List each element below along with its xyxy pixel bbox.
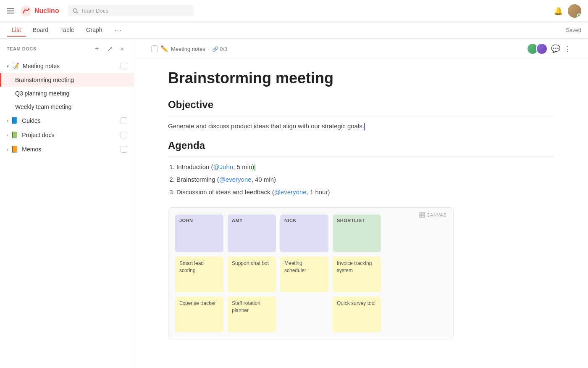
canvas-label: CANVAS: [419, 212, 446, 218]
memos-icon: 📙: [10, 146, 18, 153]
sidebar-item-meeting-notes[interactable]: ▾ 📝 Meeting notes: [0, 59, 134, 73]
logo-text: Nuclino: [34, 7, 59, 15]
canvas-icon: [419, 212, 425, 218]
memos-checkbox[interactable]: [121, 146, 127, 153]
sidebar-header: TEAM DOCS + ⤢ «: [0, 39, 134, 59]
search-bar[interactable]: Team Docs: [68, 5, 194, 16]
topbar-right: 🔔: [554, 4, 581, 18]
guides-checkbox[interactable]: [121, 117, 127, 124]
canvas-grid: JOHN AMY NICK SHORTLIST Smart lead scori…: [175, 214, 446, 332]
collaborator-avatar-2: [536, 43, 548, 55]
canvas-card-quick-survey[interactable]: Quick survey tool: [333, 297, 381, 332]
meeting-notes-icon: 📝: [11, 62, 19, 70]
topbar: Nuclino Team Docs 🔔: [0, 0, 588, 22]
nav-more-button[interactable]: ⋯: [111, 25, 125, 36]
canvas-col-nick: NICK: [280, 214, 328, 252]
agenda-list: Introduction (@John, 5 min) Brainstormin…: [176, 162, 554, 197]
svg-rect-6: [420, 215, 422, 217]
user-avatar[interactable]: [568, 4, 581, 18]
mention-everyone-1[interactable]: @everyone: [219, 176, 252, 183]
document-body: Brainstorming meeting Objective Generate…: [134, 59, 588, 368]
canvas-col-john: JOHN: [175, 214, 223, 252]
canvas-card-staff-rotation[interactable]: Staff rotation planner: [228, 297, 276, 332]
objective-body: Generate and discuss product ideas that …: [168, 121, 554, 131]
tab-graph[interactable]: Graph: [81, 24, 108, 37]
text-cursor: [364, 123, 365, 130]
canvas-card-smart-lead[interactable]: Smart lead scoring: [175, 257, 223, 292]
canvas-card-invoice-tracking[interactable]: Invoice tracking system: [333, 257, 381, 292]
sidebar-item-project-docs[interactable]: › 📗 Project docs: [0, 128, 134, 142]
guides-label: Guides: [22, 117, 121, 124]
saved-status: Saved: [566, 27, 581, 33]
sidebar-item-weekly-meeting[interactable]: Weekly team meeting: [0, 100, 134, 114]
search-placeholder: Team Docs: [81, 8, 108, 14]
sidebar-item-memos[interactable]: › 📙 Memos: [0, 142, 134, 156]
guides-icon: 📘: [10, 117, 18, 124]
canvas-card-expense-tracker[interactable]: Expense tracker: [175, 297, 223, 332]
document-title: Brainstorming meeting: [168, 69, 554, 87]
progress-icon: 🔗: [212, 46, 218, 52]
canvas-card-support-chat[interactable]: Support chat bot: [228, 257, 276, 292]
agenda-item-2: Brainstorming (@everyone, 40 min): [176, 175, 554, 185]
chevron-icon: ▾: [7, 64, 9, 69]
meeting-notes-label: Meeting notes: [23, 63, 121, 69]
tab-board[interactable]: Board: [28, 24, 53, 37]
sidebar-item-q3planning[interactable]: Q3 planning meeting: [0, 87, 134, 100]
chevron-guides-icon: ›: [7, 119, 8, 123]
canvas-container: CANVAS JOHN AMY NICK SHORTLIST Smart lea…: [168, 207, 454, 339]
online-indicator: [577, 13, 581, 17]
notifications-bell[interactable]: 🔔: [554, 6, 563, 16]
q3planning-label: Q3 planning meeting: [15, 90, 127, 97]
tab-list[interactable]: List: [7, 24, 26, 37]
sidebar-section-meeting-notes: ▾ 📝 Meeting notes Brainstorming meeting …: [0, 59, 134, 114]
sidebar-item-guides[interactable]: › 📘 Guides: [0, 114, 134, 128]
canvas-col-amy: AMY: [228, 214, 276, 252]
svg-point-2: [28, 8, 29, 10]
add-item-button[interactable]: +: [92, 44, 102, 54]
content-area: ✏️ Meeting notes · 🔗 0/3 💬: [134, 39, 588, 368]
agenda-heading: Agenda: [168, 140, 554, 151]
memos-label: Memos: [22, 146, 121, 153]
chevron-projectdocs-icon: ›: [7, 133, 8, 138]
svg-rect-7: [423, 215, 425, 217]
search-icon: [73, 8, 79, 14]
doc-emoji: ✏️: [160, 45, 168, 53]
weekly-meeting-label: Weekly team meeting: [15, 103, 127, 110]
project-docs-label: Project docs: [22, 132, 121, 138]
project-docs-icon: 📗: [10, 131, 18, 139]
objective-heading: Objective: [168, 99, 554, 111]
sidebar-item-brainstorming[interactable]: Brainstorming meeting: [0, 73, 134, 87]
svg-point-1: [23, 12, 24, 13]
meeting-notes-checkbox[interactable]: [121, 63, 127, 69]
mention-everyone-2[interactable]: @everyone: [274, 188, 307, 196]
svg-rect-5: [423, 212, 425, 214]
toolbar-right: 💬 ⋮: [527, 43, 571, 55]
collapse-sidebar-button[interactable]: «: [117, 44, 127, 54]
brainstorming-label: Brainstorming meeting: [15, 77, 127, 83]
hamburger-menu[interactable]: [7, 7, 15, 15]
canvas-col-shortlist: SHORTLIST: [333, 214, 381, 252]
mention-john[interactable]: @John: [213, 163, 234, 170]
toolbar-left: ✏️ Meeting notes · 🔗 0/3: [151, 45, 227, 53]
agenda-item-3: Discussion of ideas and feedback (@every…: [176, 187, 554, 197]
content-toolbar: ✏️ Meeting notes · 🔗 0/3 💬: [134, 39, 588, 59]
collaborators-avatars: [527, 43, 548, 55]
sidebar-actions: + ⤢ «: [92, 44, 127, 54]
agenda-item-1: Introduction (@John, 5 min): [176, 162, 554, 172]
doc-checkbox[interactable]: [151, 45, 158, 52]
expand-button[interactable]: ⤢: [105, 44, 115, 54]
toolbar-separator: ·: [208, 45, 210, 52]
chevron-memos-icon: ›: [7, 147, 8, 152]
svg-point-0: [21, 5, 32, 16]
more-options-button[interactable]: ⋮: [564, 44, 571, 53]
chat-button[interactable]: 💬: [551, 44, 560, 53]
sidebar-title: TEAM DOCS: [7, 46, 92, 51]
sidebar: TEAM DOCS + ⤢ « ▾ 📝 Meeting notes Brains…: [0, 39, 134, 368]
main-layout: TEAM DOCS + ⤢ « ▾ 📝 Meeting notes Brains…: [0, 39, 588, 368]
canvas-card-meeting-scheduler[interactable]: Meeting scheduler: [280, 257, 328, 292]
logo: Nuclino: [20, 5, 59, 17]
project-docs-checkbox[interactable]: [121, 132, 127, 138]
canvas-card-empty: [280, 297, 328, 332]
breadcrumb[interactable]: Meeting notes: [171, 46, 205, 52]
tab-table[interactable]: Table: [55, 24, 79, 37]
